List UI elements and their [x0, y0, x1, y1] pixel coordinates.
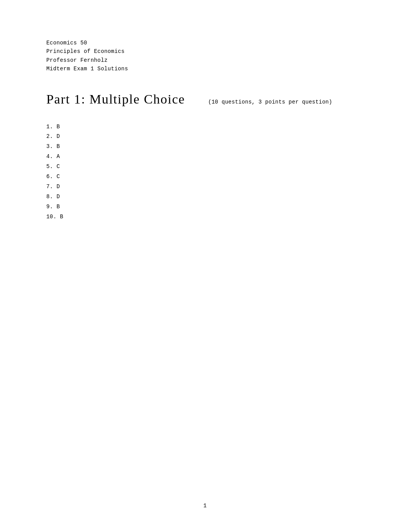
- part1-header: Part 1: Multiple Choice (10 questions, 3…: [46, 92, 364, 107]
- answer-item: 9. B: [46, 202, 364, 212]
- answer-item: 6. C: [46, 172, 364, 182]
- answer-item: 10. B: [46, 212, 364, 222]
- answers-list: 1. B2. D3. B4. A5. C6. C7. D8. D9. B10. …: [46, 122, 364, 222]
- header-block: Economics 50 Principles of Economics Pro…: [46, 39, 364, 73]
- part1-title: Part 1: Multiple Choice: [46, 92, 185, 107]
- document-page: Economics 50 Principles of Economics Pro…: [0, 0, 410, 532]
- answer-item: 3. B: [46, 142, 364, 152]
- answer-item: 5. C: [46, 162, 364, 172]
- answer-item: 2. D: [46, 132, 364, 142]
- answer-item: 1. B: [46, 122, 364, 132]
- part1-subtitle: (10 questions, 3 points per question): [208, 99, 332, 105]
- page-number: 1: [203, 503, 207, 509]
- answer-item: 4. A: [46, 152, 364, 162]
- exam-title: Midterm Exam 1 Solutions: [46, 65, 364, 73]
- answer-item: 7. D: [46, 182, 364, 192]
- course-name: Principles of Economics: [46, 47, 364, 56]
- professor-name: Professor Fernholz: [46, 56, 364, 65]
- course-number: Economics 50: [46, 39, 364, 47]
- answer-item: 8. D: [46, 192, 364, 202]
